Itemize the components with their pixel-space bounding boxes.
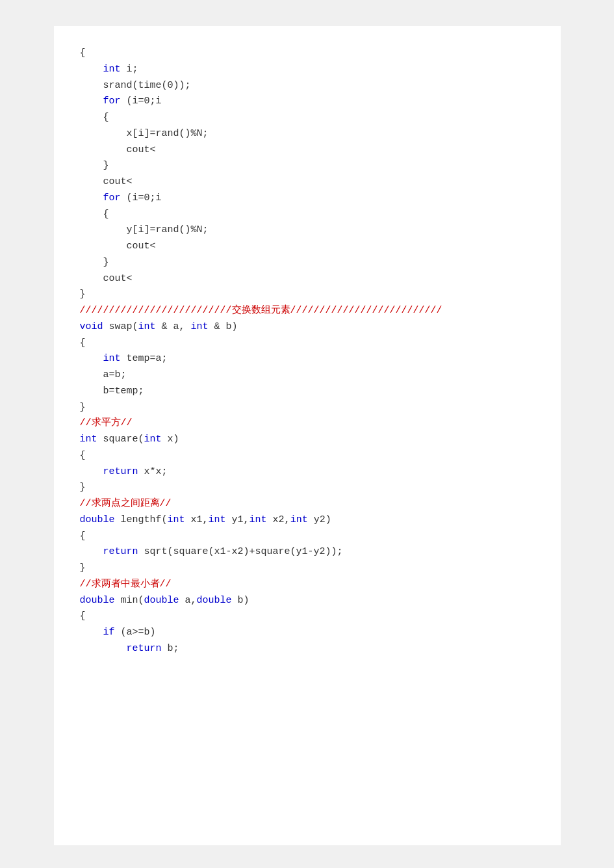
code-line: void swap(int & a, int & b) <box>80 319 535 335</box>
code-line: } <box>80 480 535 496</box>
code-line: //求两者中最小者// <box>80 577 535 593</box>
code-line: y[i]=rand()%N; <box>80 222 535 239</box>
code-line: //求两点之间距离// <box>80 496 535 512</box>
code-line: { <box>80 529 535 545</box>
code-line: return x*x; <box>80 464 535 480</box>
code-line: x[i]=rand()%N; <box>80 126 535 142</box>
code-line: double lengthf(int x1,int y1,int x2,int … <box>80 512 535 529</box>
code-line: } <box>80 287 535 303</box>
code-line: for (i=0;i <box>80 191 535 207</box>
code-line: { <box>80 448 535 464</box>
code-line: int i; <box>80 62 535 78</box>
code-line: double min(double a,double b) <box>80 593 535 609</box>
code-line: { <box>80 609 535 625</box>
code-line: cout< <box>80 271 535 287</box>
code-line: } <box>80 400 535 416</box>
code-line: int square(int x) <box>80 432 535 448</box>
code-line: cout< <box>80 239 535 255</box>
code-line: { <box>80 207 535 223</box>
code-line: return sqrt(square(x1-x2)+square(y1-y2))… <box>80 544 535 560</box>
code-block: { int i; srand(time(0)); for (i=0;i { x[… <box>80 46 535 657</box>
code-line: { <box>80 110 535 126</box>
code-line: } <box>80 158 535 174</box>
code-line: b=temp; <box>80 384 535 400</box>
code-line: cout< <box>80 142 535 159</box>
code-line: //求平方// <box>80 415 535 432</box>
code-line: a=b; <box>80 367 535 384</box>
code-line: { <box>80 46 535 62</box>
code-line: { <box>80 335 535 352</box>
code-line: srand(time(0)); <box>80 78 535 94</box>
code-container: { int i; srand(time(0)); for (i=0;i { x[… <box>54 26 561 845</box>
code-line: int temp=a; <box>80 351 535 367</box>
code-line: if (a>=b) <box>80 625 535 641</box>
code-line: } <box>80 255 535 271</box>
code-line: for (i=0;i <box>80 94 535 110</box>
code-line: return b; <box>80 641 535 657</box>
code-line: } <box>80 560 535 577</box>
code-line: cout< <box>80 174 535 191</box>
code-line: //////////////////////////交换数组元素////////… <box>80 303 535 319</box>
